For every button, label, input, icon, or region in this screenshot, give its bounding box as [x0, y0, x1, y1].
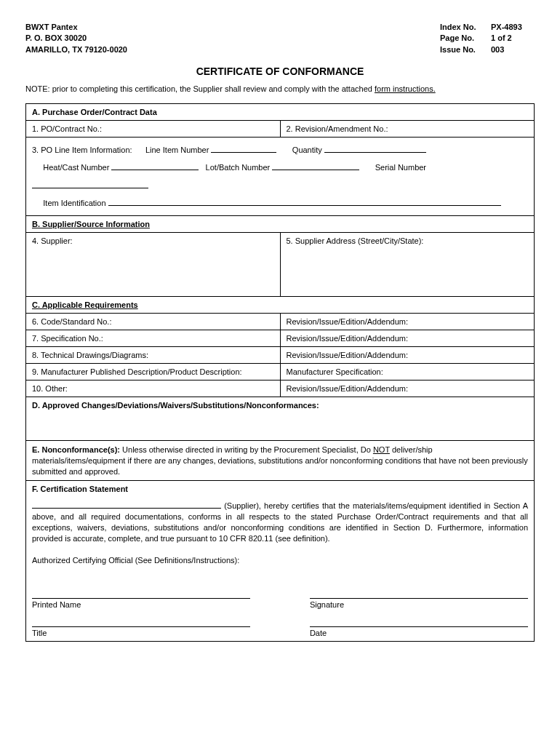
section-a-header: A. Purchase Order/Contract Data — [26, 104, 535, 121]
signature-area: Printed Name Signature Title Date — [26, 570, 535, 642]
section-c-header: C. Applicable Requirements — [26, 296, 535, 313]
form-instructions-link: form instructions. — [375, 84, 436, 93]
index-no-label: Index No. — [440, 22, 491, 33]
specification-no[interactable]: 7. Specification No.: — [26, 330, 281, 346]
company-address-block: BWXT Pantex P. O. BOX 30020 AMARILLO, TX… — [25, 22, 127, 55]
supplier-name-blank[interactable] — [32, 501, 221, 509]
section-e-nonconformance: E. Nonconformance(s): Unless otherwise d… — [26, 440, 535, 481]
certification-statement: (Supplier), hereby certifies that the ma… — [26, 497, 535, 569]
section-b-header: B. Supplier/Source Information — [26, 215, 535, 232]
note-line: NOTE: prior to completing this certifica… — [25, 84, 535, 93]
section-e-label: E. Nonconformance(s): — [32, 445, 120, 454]
po-contract-no[interactable]: 1. PO/Contract No.: — [26, 121, 281, 138]
authorized-official-label: Authorized Certifying Official (See Defi… — [32, 556, 239, 565]
title-line[interactable]: Title — [32, 626, 250, 637]
document-meta: Index No. PX-4893 Page No. 1 of 2 Issue … — [440, 22, 535, 55]
printed-name-line[interactable]: Printed Name — [32, 598, 250, 609]
item-id-label: Item Identification — [43, 199, 105, 207]
company-name: BWXT Pantex — [25, 22, 127, 33]
document-header: BWXT Pantex P. O. BOX 30020 AMARILLO, TX… — [25, 22, 535, 55]
code-standard-revision[interactable]: Revision/Issue/Edition/Addendum: — [280, 313, 535, 330]
po-line-item-info[interactable]: 3. PO Line Item Information: Line Item N… — [26, 138, 535, 216]
heat-cast-label: Heat/Cast Number — [43, 163, 109, 172]
serial-input[interactable] — [32, 180, 148, 188]
item-id-input[interactable] — [108, 198, 501, 206]
section-e-text1: Unless otherwise directed in writing by … — [120, 445, 373, 454]
form-table: A. Purchase Order/Contract Data 1. PO/Co… — [25, 103, 535, 641]
document-title: CERTIFICATE OF CONFORMANCE — [25, 65, 535, 77]
index-no-value: PX-4893 — [491, 22, 535, 33]
page-no-value: 1 of 2 — [491, 33, 535, 44]
note-prefix: NOTE: prior to completing this certifica… — [25, 84, 375, 93]
manufacturer-description[interactable]: 9. Manufacturer Published Description/Pr… — [26, 363, 281, 380]
revision-amendment-no[interactable]: 2. Revision/Amendment No.: — [280, 121, 535, 138]
quantity-label: Quantity — [292, 146, 322, 154]
specification-revision[interactable]: Revision/Issue/Edition/Addendum: — [280, 330, 535, 346]
code-standard-no[interactable]: 6. Code/Standard No.: — [26, 313, 281, 330]
lot-batch-input[interactable] — [272, 162, 359, 170]
other-requirements[interactable]: 10. Other: — [26, 380, 281, 397]
manufacturer-specification[interactable]: Manufacturer Specification: — [280, 363, 535, 380]
not-text: NOT — [373, 445, 390, 454]
issue-no-value: 003 — [491, 44, 535, 55]
other-revision[interactable]: Revision/Issue/Edition/Addendum: — [280, 380, 535, 397]
section-d-header[interactable]: D. Approved Changes/Deviations/Waivers/S… — [26, 397, 535, 440]
po-box: P. O. BOX 30020 — [25, 33, 127, 44]
technical-drawings[interactable]: 8. Technical Drawings/Diagrams: — [26, 346, 281, 363]
technical-drawings-revision[interactable]: Revision/Issue/Edition/Addendum: — [280, 346, 535, 363]
signature-line[interactable]: Signature — [310, 598, 528, 609]
line-item-number-label: Line Item Number — [145, 146, 209, 154]
line3-prefix: 3. PO Line Item Information: — [32, 146, 132, 154]
serial-label: Serial Number — [375, 163, 426, 172]
date-line[interactable]: Date — [310, 626, 528, 637]
section-f-header: F. Certification Statement — [26, 481, 535, 498]
issue-no-label: Issue No. — [440, 44, 491, 55]
supplier-field[interactable]: 4. Supplier: — [26, 232, 281, 296]
city-state-zip: AMARILLO, TX 79120-0020 — [25, 44, 127, 55]
page-no-label: Page No. — [440, 33, 491, 44]
heat-cast-input[interactable] — [111, 162, 199, 170]
line-item-number-input[interactable] — [211, 145, 276, 153]
lot-batch-label: Lot/Batch Number — [206, 163, 271, 172]
supplier-address-field[interactable]: 5. Supplier Address (Street/City/State): — [280, 232, 535, 296]
quantity-input[interactable] — [324, 145, 426, 153]
